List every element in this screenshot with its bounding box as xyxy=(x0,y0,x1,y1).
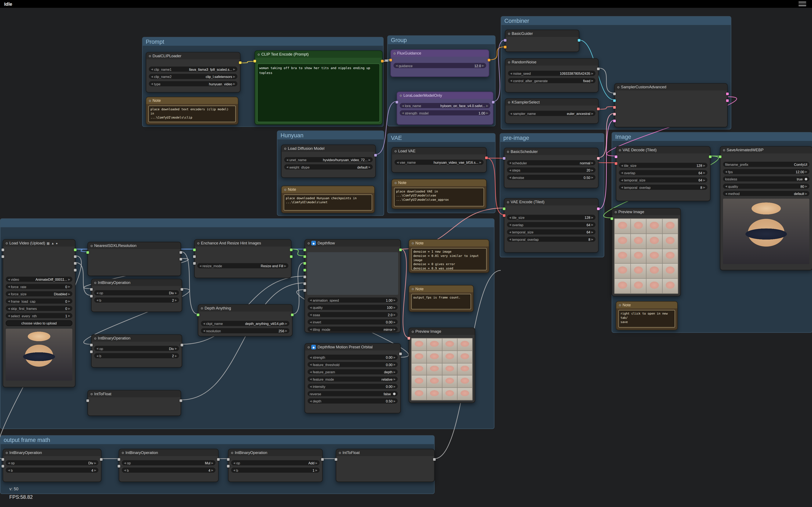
node-randomnoise[interactable]: RandomNoise◀noise_seed1093338780542435▶◀… xyxy=(505,58,599,93)
decrement-arrow-icon[interactable]: ◀ xyxy=(396,64,398,67)
decrement-arrow-icon[interactable]: ◀ xyxy=(402,111,404,114)
decrement-arrow-icon[interactable]: ◀ xyxy=(8,278,10,281)
decrement-arrow-icon[interactable]: ◀ xyxy=(310,328,312,331)
increment-arrow-icon[interactable]: ▶ xyxy=(479,161,481,164)
decrement-arrow-icon[interactable]: ◀ xyxy=(310,356,312,359)
input-slot[interactable] xyxy=(504,46,506,48)
decrement-arrow-icon[interactable]: ◀ xyxy=(310,378,312,381)
output-slot[interactable] xyxy=(433,458,436,461)
collapse-dot-icon[interactable] xyxy=(412,288,414,290)
output-slot[interactable] xyxy=(492,101,494,104)
thumbnail[interactable] xyxy=(412,351,426,363)
node-depthflow[interactable]: ◆Depthflow◀animation_speed1.00▶◀quality1… xyxy=(305,239,401,333)
node-header[interactable]: Note xyxy=(282,186,374,193)
collapse-dot-icon[interactable] xyxy=(91,393,93,395)
thumbnail[interactable] xyxy=(412,376,426,387)
increment-arrow-icon[interactable]: ▶ xyxy=(233,75,235,78)
output-slot[interactable] xyxy=(181,288,183,291)
collapse-dot-icon[interactable] xyxy=(94,337,96,339)
input-slot[interactable] xyxy=(117,458,120,461)
thumbnail[interactable] xyxy=(442,351,457,363)
decrement-arrow-icon[interactable]: ◀ xyxy=(310,298,312,302)
widget-feature-param[interactable]: ◀feature_paramdepth▶ xyxy=(308,369,398,375)
widget-tile-size[interactable]: ◀tile_size128▶ xyxy=(507,215,596,220)
widget-frame-load-cap[interactable]: ◀frame_load_cap0▶ xyxy=(6,298,72,304)
note-text[interactable]: right click to open in new tab/ save xyxy=(618,310,675,328)
input-slot[interactable] xyxy=(613,99,616,102)
thumbnail[interactable] xyxy=(457,351,472,363)
decrement-arrow-icon[interactable]: ◀ xyxy=(510,79,512,82)
node-vae-decode-tiled[interactable]: VAE Decode (Tiled)◀tile_size128▶◀overlap… xyxy=(616,146,711,201)
increment-arrow-icon[interactable]: ▶ xyxy=(394,356,396,359)
widget-invert[interactable]: ◀invert0.00▶ xyxy=(308,319,398,325)
widget-unet-name[interactable]: ◀unet_namehyvideo/hunyuan_video_72...▶ xyxy=(284,157,372,162)
decrement-arrow-icon[interactable]: ◀ xyxy=(203,329,205,332)
widget-select-every-nth[interactable]: ◀select_every_nth1▶ xyxy=(6,313,72,318)
increment-arrow-icon[interactable]: ▶ xyxy=(703,186,705,189)
widget-overlap[interactable]: ◀overlap64▶ xyxy=(507,222,596,227)
preview-image[interactable] xyxy=(723,199,809,264)
decrement-arrow-icon[interactable]: ◀ xyxy=(509,216,511,219)
input-slot[interactable] xyxy=(90,295,93,297)
increment-arrow-icon[interactable]: ▶ xyxy=(175,291,177,294)
thumbnail[interactable] xyxy=(412,388,426,400)
increment-arrow-icon[interactable]: ▶ xyxy=(394,363,396,366)
collapse-dot-icon[interactable] xyxy=(201,307,203,309)
widget-feature-mode[interactable]: ◀feature_moderelative▶ xyxy=(308,377,398,382)
collapse-dot-icon[interactable] xyxy=(91,245,93,247)
node-preview-image[interactable]: Preview Image xyxy=(612,208,681,296)
node-header[interactable]: IntToFloat xyxy=(88,391,181,397)
increment-arrow-icon[interactable]: ▶ xyxy=(592,223,594,226)
output-slot[interactable] xyxy=(597,108,600,110)
group-title[interactable]: pre-image xyxy=(500,134,604,142)
widget-ckpt-name[interactable]: ◀ckpt_namedepth_anything_vitl14.pth▶ xyxy=(201,321,289,326)
decrement-arrow-icon[interactable]: ◀ xyxy=(509,223,511,226)
decrement-arrow-icon[interactable]: ◀ xyxy=(96,354,98,357)
output-slot[interactable] xyxy=(74,249,77,251)
collapse-dot-icon[interactable] xyxy=(617,86,619,88)
widget-b[interactable]: ◀b4▶ xyxy=(6,467,98,473)
widget-lossless[interactable]: losslesstrue xyxy=(723,176,809,181)
increment-arrow-icon[interactable]: ▶ xyxy=(233,68,235,71)
increment-arrow-icon[interactable]: ▶ xyxy=(592,169,594,172)
widget-scheduler[interactable]: ◀schedulernormal▶ xyxy=(507,160,596,165)
group-title[interactable]: Hunyuan xyxy=(277,131,384,139)
increment-arrow-icon[interactable]: ▶ xyxy=(68,307,70,310)
node-header[interactable]: IntBinaryOperation xyxy=(92,335,182,342)
output-slot[interactable] xyxy=(74,269,77,272)
thumbnail[interactable] xyxy=(457,338,472,350)
node-header[interactable]: Note xyxy=(616,302,677,308)
collapse-dot-icon[interactable] xyxy=(308,242,310,244)
increment-arrow-icon[interactable]: ▶ xyxy=(592,72,594,75)
decrement-arrow-icon[interactable]: ◀ xyxy=(310,320,312,324)
decrement-arrow-icon[interactable]: ◀ xyxy=(510,72,512,75)
increment-arrow-icon[interactable]: ▶ xyxy=(68,285,70,288)
increment-arrow-icon[interactable]: ▶ xyxy=(94,468,96,472)
node-header[interactable]: RandomNoise xyxy=(505,59,598,65)
decrement-arrow-icon[interactable]: ◀ xyxy=(151,82,153,86)
decrement-arrow-icon[interactable]: ◀ xyxy=(8,299,10,303)
input-slot[interactable] xyxy=(613,106,616,109)
thumbnail[interactable] xyxy=(662,279,678,293)
increment-arrow-icon[interactable]: ▶ xyxy=(94,461,96,464)
node-note[interactable]: Noteplace downloaded text encoders (clip… xyxy=(146,97,238,125)
decrement-arrow-icon[interactable]: ◀ xyxy=(8,468,10,472)
increment-arrow-icon[interactable]: ▶ xyxy=(394,306,396,309)
preview-image[interactable] xyxy=(6,329,72,381)
decrement-arrow-icon[interactable]: ◀ xyxy=(725,185,727,188)
collapse-dot-icon[interactable] xyxy=(284,188,286,190)
collapse-dot-icon[interactable] xyxy=(508,101,510,103)
increment-arrow-icon[interactable]: ▶ xyxy=(394,399,396,402)
decrement-arrow-icon[interactable]: ◀ xyxy=(286,158,289,161)
decrement-arrow-icon[interactable]: ◀ xyxy=(8,314,10,317)
collapse-dot-icon[interactable] xyxy=(339,452,341,454)
decrement-arrow-icon[interactable]: ◀ xyxy=(725,170,727,173)
input-slot[interactable] xyxy=(87,251,89,254)
decrement-arrow-icon[interactable]: ◀ xyxy=(233,468,235,472)
note-text[interactable]: output_fps is frame count. xyxy=(411,294,471,309)
decrement-arrow-icon[interactable]: ◀ xyxy=(509,169,511,172)
input-slot[interactable] xyxy=(503,214,505,217)
input-slot[interactable] xyxy=(615,162,617,165)
decrement-arrow-icon[interactable]: ◀ xyxy=(397,161,399,164)
widget-force-size[interactable]: ◀force_sizeDisabled▶ xyxy=(6,291,72,296)
